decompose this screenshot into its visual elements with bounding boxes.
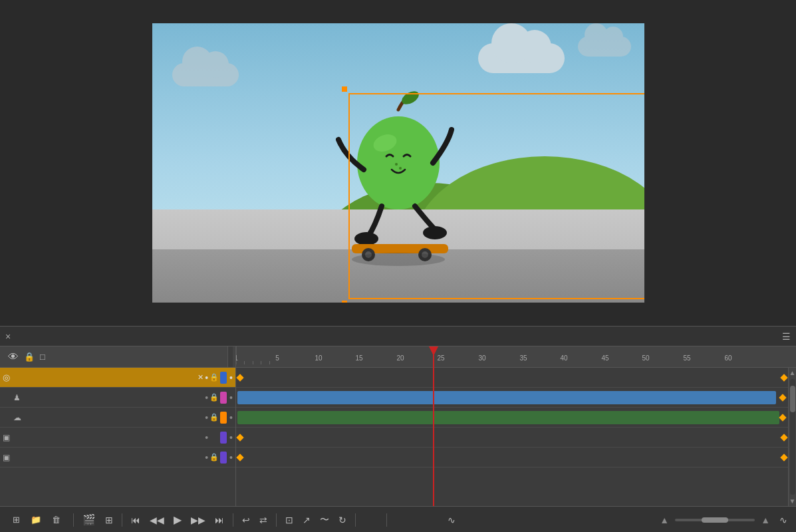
zoom-out-icon: ▲ (656, 513, 672, 527)
char-lock-icon: 🔒 (209, 393, 219, 402)
tick-50: 50 (642, 354, 649, 362)
layer-row-ground[interactable]: ▣ • • (0, 428, 235, 448)
delete-btn[interactable]: 🗑 (49, 513, 64, 527)
scroll-thumb-vertical (790, 386, 795, 412)
timeline-scroll-slider[interactable] (675, 519, 755, 521)
timeline-tracks: 1 5 10 15 20 25 30 35 40 45 50 55 60 (236, 346, 796, 506)
track-mask[interactable] (236, 368, 796, 388)
track-ground[interactable] (236, 428, 796, 448)
guide-btn[interactable]: ⊞ (102, 513, 116, 527)
visibility-header-icon: 👁 (8, 351, 19, 363)
mask-layer-controls: ✕ • 🔒 • (198, 372, 233, 384)
tick-30: 30 (478, 354, 485, 362)
bounce-btn[interactable]: ⇄ (256, 513, 271, 527)
tick-35: 35 (519, 354, 527, 362)
layer-controls-header: 👁 🔒 □ (0, 346, 235, 368)
background-layer-controls: • 🔒 • (205, 452, 233, 464)
tick-60: 60 (724, 354, 731, 362)
timeline-options-icon[interactable]: ☰ (782, 331, 791, 342)
keyframe-ground-end (780, 434, 787, 441)
timeline-scrollbar-right[interactable]: ▲ ▼ (788, 368, 796, 506)
snap-btn[interactable]: ⊡ (282, 513, 297, 527)
curve-btn[interactable]: 〜 (317, 512, 332, 528)
bg-bullet: • (205, 452, 208, 463)
svg-point-5 (354, 232, 378, 245)
ease-curve-btn[interactable]: ∿ (444, 513, 459, 527)
preview-area (0, 0, 796, 326)
timeline-close-icon[interactable]: × (5, 331, 11, 342)
tick-45: 45 (601, 354, 608, 362)
cloud-color-swatch (220, 412, 227, 424)
transport-bar: ⊞ 📁 🗑 🎬 ⊞ ⏮ ◀◀ ▶ ▶▶ ⏭ ↩ ⇄ ⊡ ↗ 〜 ↻ ∿ (0, 506, 796, 532)
layer-row-character[interactable]: ♟ • 🔒 • (0, 388, 235, 408)
play-btn[interactable]: ▶ (170, 511, 185, 528)
layer-row-background[interactable]: ▣ • 🔒 • (0, 448, 235, 467)
folder-btn[interactable]: 📁 (27, 513, 45, 527)
character-color-swatch (220, 392, 227, 404)
keyframe-bg-start (236, 454, 243, 461)
bg-dot: • (229, 452, 233, 463)
svg-point-12 (352, 253, 445, 266)
mask-dot: • (229, 372, 233, 383)
character-track-bar (237, 391, 776, 404)
mask-bullet: • (205, 372, 208, 383)
canvas-container (152, 23, 644, 303)
layer-row-cloud[interactable]: ☁ • 🔒 • (0, 408, 235, 428)
svg-point-6 (423, 226, 447, 239)
loop-btn[interactable]: ↩ (239, 513, 253, 527)
tick-5: 5 (275, 354, 279, 362)
camera-btn[interactable]: 🎬 (79, 511, 99, 528)
svg-point-1 (357, 116, 440, 209)
cloud-lock-icon: 🔒 (209, 413, 219, 422)
mask-layer-icon: ◎ (3, 372, 10, 382)
timeline-scroll-thumb (702, 517, 728, 523)
cloud-layer-icon: ☁ (13, 413, 21, 422)
goto-end-btn[interactable]: ⏭ (211, 513, 227, 527)
divider-1 (73, 513, 74, 527)
scroll-track[interactable] (790, 379, 795, 495)
scene-canvas (152, 23, 644, 303)
track-character[interactable] (236, 388, 796, 408)
layer-row-mask[interactable]: ◎ ✕ • 🔒 • (0, 368, 235, 388)
character-layer-controls: • 🔒 • (205, 392, 233, 404)
track-cloud[interactable] (236, 408, 796, 428)
cloud-dot: • (229, 412, 233, 423)
scroll-down-arrow[interactable]: ▼ (788, 496, 796, 506)
keyframe-mask-end (780, 374, 787, 381)
cloud-bullet: • (205, 412, 208, 423)
ground-dot: • (229, 432, 233, 443)
step-forward-btn[interactable]: ▶▶ (188, 513, 209, 527)
scroll-up-arrow[interactable]: ▲ (788, 368, 796, 378)
keyframe-ground-start (236, 434, 243, 441)
motion-btn[interactable]: ↗ (299, 513, 314, 527)
timeline-ruler[interactable]: 1 5 10 15 20 25 30 35 40 45 50 55 60 (236, 346, 796, 368)
goto-start-btn[interactable]: ⏮ (128, 513, 144, 527)
step-back-btn[interactable]: ◀◀ (146, 513, 168, 527)
new-layer-btn[interactable]: ⊞ (9, 513, 23, 527)
track-background[interactable] (236, 448, 796, 467)
ground-layer-icon: ▣ (3, 433, 10, 442)
mask-lock-icon: 🔒 (209, 373, 219, 382)
keyframe-bg-end (780, 454, 787, 461)
frame-header-icon: □ (40, 352, 45, 362)
char-bullet: • (205, 392, 208, 403)
playhead[interactable] (433, 346, 434, 506)
keyframe-mask-start (236, 374, 243, 381)
mask-color-swatch (220, 372, 227, 384)
ease-btn[interactable]: ↻ (335, 513, 350, 527)
divider-5 (355, 513, 356, 527)
lock-header-icon: 🔒 (24, 352, 35, 362)
background-layer-icon: ▣ (3, 453, 10, 462)
left-tools: ⊞ 📁 🗑 (5, 513, 68, 527)
ground-layer-controls: • • (205, 432, 233, 444)
layers-panel: 👁 🔒 □ ◎ ✕ • 🔒 (0, 346, 236, 506)
character-sprite (332, 90, 465, 263)
tick-1: 1 (236, 354, 238, 362)
bg-lock-icon: 🔒 (209, 453, 219, 462)
cloud-right (578, 37, 631, 57)
waveform-btn[interactable]: ∿ (776, 513, 791, 527)
cloud-track-bar (237, 411, 779, 424)
svg-point-4 (399, 167, 402, 170)
keyframe-character-end (779, 394, 786, 401)
svg-point-3 (395, 163, 398, 166)
